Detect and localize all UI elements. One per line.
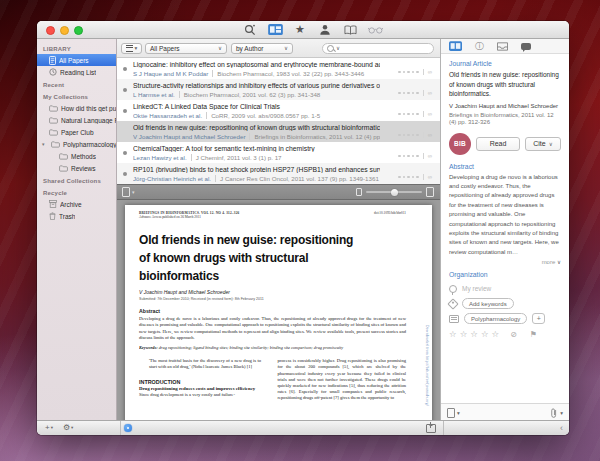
pdf-doi: doi:10.1093/bib/bbr011 bbox=[374, 211, 406, 219]
zoom-slider[interactable] bbox=[366, 191, 422, 193]
zoom-in-page-icon[interactable] bbox=[426, 187, 434, 197]
chevron-down-icon: ∨ bbox=[557, 259, 561, 265]
tab-inbox-icon[interactable] bbox=[497, 42, 508, 51]
settings-gear-menu[interactable]: ⚙ ▾ bbox=[63, 424, 73, 432]
rating-star-icon[interactable]: ☆ bbox=[470, 330, 478, 339]
unread-dot-icon bbox=[123, 67, 127, 71]
view-mode-button[interactable]: ▾ bbox=[121, 43, 142, 54]
add-keywords-button[interactable]: Add keywords bbox=[462, 298, 514, 309]
sources-book-icon[interactable] bbox=[342, 23, 358, 36]
organization-heading: Organization bbox=[449, 271, 561, 278]
sidebar-item-collection[interactable]: Natural Language Proce… bbox=[37, 114, 116, 126]
details-reference: Briefings in Bioinformatics, 2011 vol. 1… bbox=[449, 112, 561, 127]
rating-star-icon[interactable]: ☆ bbox=[449, 330, 457, 339]
paper-row[interactable]: ChemicalTagger: A tool for semantic text… bbox=[117, 142, 440, 163]
rating-dots[interactable]: ∞ bbox=[398, 153, 432, 159]
search-icon[interactable] bbox=[242, 23, 258, 36]
rating-dots[interactable]: ∞ bbox=[398, 174, 432, 180]
list-view-icon bbox=[126, 45, 133, 52]
sidebar-item-reading-list[interactable]: Reading List bbox=[37, 66, 116, 78]
add-collection-menu[interactable]: + ▾ bbox=[45, 424, 53, 432]
sidebar-item-subcollection[interactable]: Methods bbox=[37, 150, 116, 162]
paper-row[interactable]: RP101 (brivudine) binds to heat shock pr… bbox=[117, 163, 440, 184]
my-collections-section-label: My Collections bbox=[37, 90, 116, 102]
shared-collections-section-label: Shared Collections bbox=[37, 174, 116, 186]
paper-row[interactable]: Lignocaine: inhibitory effect on synapto… bbox=[117, 58, 440, 79]
sidebar-item-subcollection[interactable]: Reviews bbox=[37, 162, 116, 174]
my-review-field[interactable]: My review bbox=[449, 281, 561, 296]
page-layout-dropdown[interactable]: ▾ bbox=[122, 187, 135, 197]
sidebar: LIBRARY All Papers Reading List Recent M… bbox=[37, 39, 117, 421]
rating-star-icon[interactable]: ☆ bbox=[492, 330, 500, 339]
tab-overview-icon[interactable] bbox=[449, 41, 462, 51]
rating-star-icon[interactable]: ☆ bbox=[481, 330, 489, 339]
pdf-indicator-icon: ∞ bbox=[428, 153, 432, 159]
pdf-toolbar: ▾ bbox=[117, 184, 440, 200]
rating-dots[interactable]: ∞ bbox=[398, 90, 432, 96]
reading-glasses-icon[interactable] bbox=[367, 23, 383, 36]
pdf-viewer[interactable]: BRIEFINGS IN BIOINFORMATICS. VOL 12. NO … bbox=[117, 200, 440, 421]
cite-button[interactable]: Cite ∨ bbox=[525, 137, 561, 151]
library-view-icon[interactable] bbox=[267, 23, 283, 36]
collapse-panel-chevron[interactable]: ‹ bbox=[560, 422, 563, 434]
rating-dots[interactable]: ∞ bbox=[398, 111, 432, 117]
minimize-button[interactable] bbox=[60, 26, 69, 35]
search-icon bbox=[327, 45, 334, 52]
details-tab-bar: ⓘ bbox=[441, 39, 569, 54]
folder-icon bbox=[49, 105, 58, 112]
pdf-page[interactable]: BRIEFINGS IN BIOINFORMATICS. VOL 12. NO … bbox=[125, 205, 432, 421]
paper-row[interactable]: LinkedCT: A Linked Data Space for Clinic… bbox=[117, 100, 440, 121]
sync-status-icon[interactable] bbox=[124, 424, 132, 432]
zoom-slider-thumb[interactable] bbox=[391, 189, 398, 196]
close-button[interactable] bbox=[46, 26, 55, 35]
folder-icon bbox=[51, 141, 60, 148]
rating-dots[interactable]: ∞ bbox=[398, 69, 432, 75]
rating-dots[interactable]: ∞ bbox=[398, 132, 432, 138]
sidebar-item-trash[interactable]: Trash bbox=[37, 210, 116, 222]
zoom-out-page-icon[interactable] bbox=[356, 188, 362, 196]
flag-icon[interactable]: ⚑ bbox=[530, 330, 537, 339]
window-controls bbox=[46, 26, 83, 35]
list-search-field[interactable]: ∨ bbox=[322, 43, 434, 54]
sidebar-item-collection[interactable]: Paper Club bbox=[37, 126, 116, 138]
sidebar-item-collection[interactable]: ▾ Polypharmacology bbox=[37, 138, 116, 150]
chevron-down-icon: ▾ bbox=[135, 45, 138, 51]
list-and-preview-pane: ▾ All Papers ∨ by Author ∨ ∨ bbox=[117, 39, 441, 421]
add-note-button[interactable]: ▾ bbox=[447, 408, 460, 418]
pdf-abstract-heading: Abstract bbox=[139, 308, 406, 314]
sidebar-item-archive[interactable]: Archive bbox=[37, 198, 116, 210]
authors-person-icon[interactable] bbox=[317, 23, 333, 36]
add-collection-button[interactable]: + bbox=[532, 313, 545, 324]
recent-section-label: Recent bbox=[37, 78, 116, 90]
sidebar-item-all-papers[interactable]: All Papers bbox=[37, 54, 116, 66]
paper-row[interactable]: Structure-activity relationships and inh… bbox=[117, 79, 440, 100]
titlebar[interactable]: ★ bbox=[37, 21, 569, 39]
publication-type-label[interactable]: Journal Article bbox=[449, 60, 561, 67]
details-authors[interactable]: V Joachim Haupt and Michael Schroeder bbox=[449, 103, 561, 109]
paper-row-selected[interactable]: Old friends in new guise: repositioning … bbox=[117, 121, 440, 142]
toolbar: ★ bbox=[242, 21, 383, 38]
folder-icon bbox=[49, 117, 58, 124]
sidebar-item-collection[interactable]: How did this get published? bbox=[37, 102, 116, 114]
collection-tag[interactable]: Polypharmacology bbox=[464, 313, 527, 324]
rating-star-icon[interactable]: ☆ bbox=[460, 330, 468, 339]
read-button[interactable]: Read bbox=[476, 137, 520, 151]
tab-comments-icon[interactable] bbox=[521, 43, 531, 50]
search-input[interactable] bbox=[342, 45, 429, 51]
abstract-more-link[interactable]: more ∨ bbox=[449, 259, 561, 265]
pdf-submitted-line: Submitted: 7th December 2010; Received (… bbox=[139, 297, 406, 301]
sort-dropdown[interactable]: by Author ∨ bbox=[231, 43, 293, 54]
attach-file-button[interactable]: ▾ bbox=[550, 407, 563, 419]
bib-badge[interactable]: BIB bbox=[449, 133, 471, 155]
favorites-star-icon[interactable]: ★ bbox=[292, 23, 308, 36]
tab-info-icon[interactable]: ⓘ bbox=[475, 42, 484, 51]
chevron-down-icon: ▾ bbox=[457, 410, 460, 416]
collections-row: Polypharmacology + bbox=[449, 311, 561, 326]
scope-dropdown[interactable]: All Papers ∨ bbox=[145, 43, 227, 54]
share-button[interactable] bbox=[426, 424, 436, 433]
disclosure-triangle-icon[interactable]: ▾ bbox=[42, 141, 48, 147]
zoom-button[interactable] bbox=[74, 26, 83, 35]
chevron-down-icon: ∨ bbox=[549, 141, 553, 147]
exclude-circle-icon[interactable]: ⊘ bbox=[510, 330, 517, 339]
pdf-download-sidenote: Downloaded from http://bib.oxfordjournal… bbox=[425, 325, 429, 406]
